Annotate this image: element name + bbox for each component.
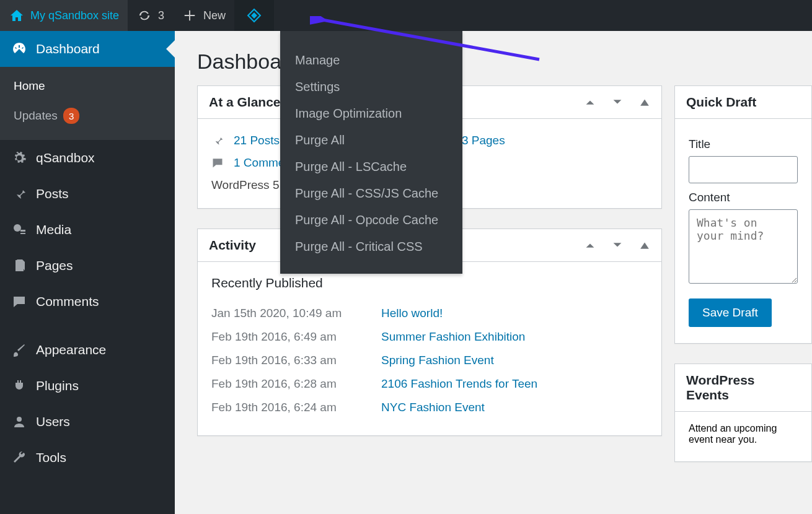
gear-icon [11,150,27,166]
plus-icon [182,7,198,24]
wrench-icon [11,450,27,466]
dashboard-icon [11,41,27,57]
sidebar-dashboard-label: Dashboard [36,41,100,56]
chevron-down-icon[interactable] [612,240,623,251]
sidebar-item-dashboard[interactable]: Dashboard [0,31,175,67]
sidebar-item-comments[interactable]: Comments [0,284,175,320]
events-text: Attend an upcoming event near you. [689,423,777,445]
save-draft-button[interactable]: Save Draft [689,298,772,327]
home-icon [9,7,25,24]
activity-row: Feb 19th 2016, 6:28 am2106 Fashion Trend… [211,372,648,396]
sidebar-item-users[interactable]: Users [0,404,175,440]
dropdown-item-purge-cssjs[interactable]: Purge All - CSS/JS Cache [280,180,462,207]
site-name: My qSandbox site [30,9,119,22]
events-header: WordPress Events [675,364,811,412]
activity-link[interactable]: NYC Fashion Event [381,401,485,414]
glance-posts-link[interactable]: 21 Posts [234,134,280,147]
litespeed-dropdown: Manage Settings Image Optimization Purge… [280,31,462,274]
svg-rect-1 [251,12,257,19]
comment-icon [211,157,226,169]
dropdown-item-purge-opcode[interactable]: Purge All - Opcode Cache [280,207,462,233]
media-icon [11,222,27,238]
quick-draft-header: Quick Draft [675,86,811,119]
dropdown-item-manage[interactable]: Manage [280,47,462,74]
sidebar-item-media[interactable]: Media [0,212,175,248]
activity-row: Feb 19th 2016, 6:33 amSpring Fashion Eve… [211,349,648,372]
chevron-up-icon[interactable] [585,97,596,108]
activity-link[interactable]: Hello world! [381,307,443,320]
events-heading: WordPress Events [686,373,800,403]
activity-row: Feb 19th 2016, 6:49 amSummer Fashion Exh… [211,325,648,349]
activity-link[interactable]: Summer Fashion Exhibition [381,330,525,344]
litespeed-icon [245,7,263,24]
plug-icon [11,378,27,394]
updates-badge: 3 [63,108,79,124]
quick-draft-box: Quick Draft Title Content Save Draft [674,85,812,344]
triangle-up-icon[interactable] [639,97,650,108]
dropdown-item-purge-lscache[interactable]: Purge All - LSCache [280,154,462,180]
sidebar-item-pages[interactable]: Pages [0,248,175,284]
triangle-up-icon[interactable] [639,240,650,251]
topbar-litespeed[interactable] [234,0,274,31]
activity-subheading: Recently Published [211,276,648,290]
topbar-updates-count: 3 [158,9,164,22]
quick-draft-content-label: Content [689,191,798,204]
chevron-up-icon[interactable] [585,240,596,251]
sidebar-sub-home[interactable]: Home [0,72,175,100]
sidebar-sub-updates[interactable]: Updates 3 [0,100,175,131]
dropdown-item-settings[interactable]: Settings [280,74,462,100]
admin-sidebar: Dashboard Home Updates 3 qSandbox Posts … [0,31,175,514]
quick-draft-content-input[interactable] [689,209,798,284]
dropdown-item-purge-critical[interactable]: Purge All - Critical CSS [280,233,462,260]
activity-link[interactable]: 2106 Fashion Trends for Teen [381,377,537,391]
sidebar-item-tools[interactable]: Tools [0,440,175,476]
sidebar-item-appearance[interactable]: Appearance [0,332,175,368]
sidebar-item-qsandbox[interactable]: qSandbox [0,140,175,176]
activity-heading: Activity [209,238,256,253]
at-a-glance-heading: At a Glance [209,95,281,110]
svg-point-4 [14,224,21,232]
sidebar-item-posts[interactable]: Posts [0,176,175,212]
dropdown-item-image-optimization[interactable]: Image Optimization [280,100,462,127]
activity-link[interactable]: Spring Fashion Event [381,354,494,367]
content-area: Dashboard At a Glance 21 Posts 3 Pages [175,31,812,514]
admin-topbar: My qSandbox site 3 New [0,0,812,31]
quick-draft-title-input[interactable] [689,156,798,183]
events-box: WordPress Events Attend an upcoming even… [674,364,812,462]
quick-draft-title-label: Title [689,137,798,151]
activity-list: Jan 15th 2020, 10:49 amHello world! Feb … [211,302,648,419]
topbar-updates[interactable]: 3 [128,0,173,31]
dropdown-item-purge-all[interactable]: Purge All [280,127,462,154]
brush-icon [11,342,27,358]
pin-icon [11,186,27,202]
pin-icon [211,134,226,147]
svg-point-5 [17,417,22,422]
comment-icon [11,294,27,310]
quick-draft-heading: Quick Draft [686,95,756,110]
refresh-icon [136,7,152,24]
sidebar-item-plugins[interactable]: Plugins [0,368,175,404]
glance-pages-link[interactable]: 3 Pages [462,134,505,147]
topbar-site-link[interactable]: My qSandbox site [0,0,128,31]
sidebar-dashboard-sub: Home Updates 3 [0,67,175,140]
topbar-new-label: New [203,9,226,22]
chevron-down-icon[interactable] [612,97,623,108]
activity-row: Feb 19th 2016, 6:24 amNYC Fashion Event [211,396,648,419]
activity-row: Jan 15th 2020, 10:49 amHello world! [211,302,648,325]
topbar-new[interactable]: New [173,0,234,31]
user-icon [11,414,27,430]
pages-icon [11,258,27,274]
